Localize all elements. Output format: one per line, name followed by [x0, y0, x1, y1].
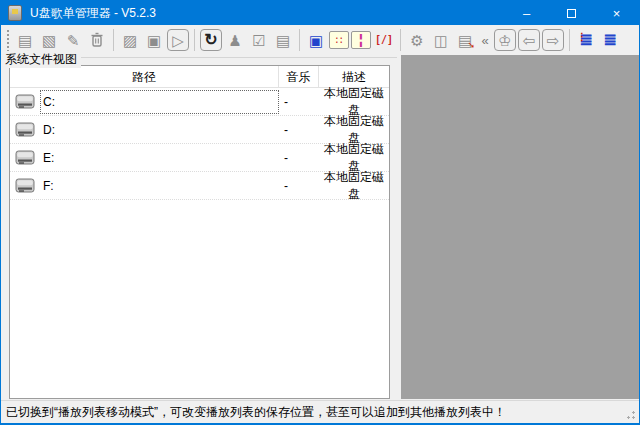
- title-bar: U盘歌单管理器 - V5.2.3 – ×: [1, 1, 639, 25]
- edit-playlist-icon[interactable]: ✎: [62, 29, 84, 51]
- column-header-music[interactable]: 音乐: [279, 66, 319, 87]
- minimize-button[interactable]: –: [504, 1, 549, 25]
- drive-icon: [15, 178, 35, 193]
- split-panel-icon[interactable]: ╏: [351, 31, 371, 49]
- trash-icon: [90, 32, 104, 48]
- toolbar-grip[interactable]: [6, 29, 10, 51]
- drive-icon: [15, 94, 35, 109]
- app-icon: [8, 5, 22, 21]
- number-brackets-icon[interactable]: [/]: [373, 29, 395, 51]
- window-title: U盘歌单管理器 - V5.2.3: [30, 5, 156, 22]
- file-table: 路径 音乐 描述 C: - 本地固定磁盘 D: - 本地固定磁盘 E: - 本地…: [9, 65, 390, 399]
- new-playlist-icon[interactable]: ▤: [14, 29, 36, 51]
- toolbar-separator: [400, 29, 401, 51]
- display-mode-icon[interactable]: ▣: [305, 29, 327, 51]
- drive-music-count: -: [279, 151, 319, 165]
- forward-icon[interactable]: ⇨: [542, 29, 564, 51]
- toolbar-separator: [299, 29, 300, 51]
- toolbar: ▤ ▧ ✎ ▨ ▣ ▷ ↻ ♟ ☑ ▤ ▣ ∷ ╏ [/] ⚙ ◫ ▤➘ «: [1, 25, 639, 55]
- attach-file-icon[interactable]: ▨: [119, 29, 141, 51]
- drive-path[interactable]: E:: [40, 146, 279, 170]
- toolbar-separator: [569, 29, 570, 51]
- toolbar-separator: [194, 29, 195, 51]
- column-header-path[interactable]: 路径: [10, 66, 279, 87]
- notes-panel-icon[interactable]: ∷: [329, 31, 349, 49]
- app-window: U盘歌单管理器 - V5.2.3 – × ▤ ▧ ✎ ▨ ▣ ▷ ↻ ♟ ☑: [0, 0, 640, 425]
- delete-playlist-icon[interactable]: [86, 29, 108, 51]
- export-arrow-icon: ➘: [467, 41, 475, 50]
- justify-list-icon[interactable]: ≣: [599, 29, 621, 51]
- drive-description: 本地固定磁盘: [319, 169, 389, 203]
- maximize-button[interactable]: [549, 1, 594, 25]
- drive-music-count: -: [279, 179, 319, 193]
- user-icon[interactable]: ♟: [224, 29, 246, 51]
- manual-icon[interactable]: ◫: [430, 29, 452, 51]
- drive-icon: [15, 150, 35, 165]
- back-icon[interactable]: ⇦: [518, 29, 540, 51]
- open-playlist-icon[interactable]: ▧: [38, 29, 60, 51]
- status-bar: 已切换到“播放列表移动模式”，可改变播放列表的保存位置，甚至可以追加到其他播放列…: [1, 401, 639, 424]
- groupbox-line: [79, 57, 397, 58]
- groupbox-label: 系统文件视图: [5, 51, 81, 68]
- close-button[interactable]: ×: [594, 1, 639, 25]
- song-list-icon[interactable]: ▤: [272, 29, 294, 51]
- drive-path[interactable]: C:: [40, 90, 279, 114]
- verify-icon[interactable]: ☑: [248, 29, 270, 51]
- refresh-icon[interactable]: ↻: [200, 29, 222, 51]
- drive-music-count: -: [279, 123, 319, 137]
- play-icon[interactable]: ▷: [167, 29, 189, 51]
- right-panel: [401, 55, 639, 399]
- toolbar-separator: [113, 29, 114, 51]
- drive-music-count: -: [279, 95, 319, 109]
- settings-icon[interactable]: ⚙: [406, 29, 428, 51]
- export-icon[interactable]: ▤➘: [454, 29, 476, 51]
- bullet-list-icon[interactable]: ≣: [575, 29, 597, 51]
- favorite-icon[interactable]: ♔: [494, 29, 516, 51]
- status-message: 已切换到“播放列表移动模式”，可改变播放列表的保存位置，甚至可以追加到其他播放列…: [6, 404, 506, 421]
- maximize-icon: [567, 9, 576, 18]
- overflow-chevron-icon[interactable]: «: [478, 29, 492, 51]
- table-row[interactable]: F: - 本地固定磁盘: [10, 172, 389, 200]
- drive-path[interactable]: F:: [40, 174, 279, 198]
- drive-path[interactable]: D:: [40, 118, 279, 142]
- drive-icon: [15, 122, 35, 137]
- copy-playlist-icon[interactable]: ▣: [143, 29, 165, 51]
